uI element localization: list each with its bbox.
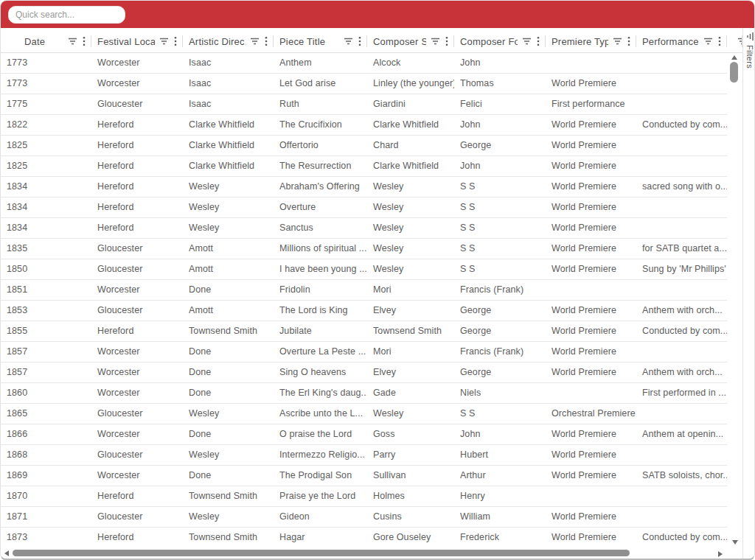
table-row[interactable]: 1860WorcesterDoneThe Erl King's daug...G… [1, 383, 727, 404]
filter-icon[interactable] [613, 37, 622, 46]
table-row[interactable]: 1825HerefordClarke WhitfieldThe Resurrec… [1, 156, 727, 177]
table-row[interactable]: 1835GloucesterAmottMillions of spiritual… [1, 239, 727, 259]
cell-premiere-type[interactable]: World Premiere [546, 507, 636, 527]
cell-date[interactable]: 1869 [1, 466, 91, 486]
table-row[interactable]: 1822HerefordClarke WhitfieldThe Crucifix… [1, 115, 727, 136]
cell-date[interactable]: 1865 [1, 404, 91, 424]
cell-date[interactable]: 1855 [1, 321, 91, 341]
cell-premiere-type[interactable] [546, 486, 636, 506]
cell-performance-notes[interactable] [636, 94, 727, 114]
cell-composer-forename[interactable]: Niels [454, 383, 546, 403]
cell-festival-location[interactable]: Hereford [91, 156, 183, 176]
cell-date[interactable]: 1850 [1, 259, 91, 279]
column-header-premiere-type[interactable]: Premiere Type [546, 30, 636, 52]
table-row[interactable]: 1775GloucesterIsaacRuthGiardiniFeliciFir… [1, 94, 727, 115]
cell-piece-title[interactable]: Anthem [274, 53, 367, 73]
cell-artistic-director[interactable]: Townsend Smith [183, 321, 274, 341]
cell-composer-forename[interactable]: William [454, 507, 546, 527]
cell-composer-surname[interactable]: Wesley [367, 239, 454, 259]
cell-festival-location[interactable]: Gloucester [91, 239, 183, 259]
table-row[interactable]: 1868GloucesterWesleyIntermezzo Religio..… [1, 445, 727, 466]
cell-premiere-type[interactable]: World Premiere [546, 136, 636, 155]
cell-composer-forename[interactable]: S S [454, 239, 546, 259]
cell-performance-notes[interactable]: Anthem at openin... [636, 424, 727, 444]
cell-premiere-type[interactable]: First performance [546, 94, 636, 114]
cell-composer-surname[interactable]: Cusins [367, 507, 454, 527]
cell-performance-notes[interactable] [636, 342, 727, 362]
cell-artistic-director[interactable]: Isaac [183, 74, 274, 94]
cell-performance-notes[interactable] [636, 445, 727, 465]
cell-composer-forename[interactable]: John [454, 53, 546, 73]
cell-festival-location[interactable]: Hereford [91, 177, 183, 197]
column-header-composer-forename[interactable]: Composer Fo... [454, 30, 546, 52]
cell-composer-forename[interactable]: Arthur [454, 466, 546, 486]
cell-composer-forename[interactable]: S S [454, 404, 546, 424]
cell-festival-location[interactable]: Gloucester [91, 301, 183, 321]
cell-performance-notes[interactable]: sacred song with o... [636, 177, 727, 197]
filter-icon[interactable] [431, 37, 440, 46]
cell-composer-surname[interactable]: Parry [367, 445, 454, 465]
cell-date[interactable]: 1773 [1, 53, 91, 73]
cell-composer-surname[interactable]: Elvey [367, 363, 454, 382]
cell-piece-title[interactable]: Sanctus [274, 218, 367, 238]
cell-festival-location[interactable]: Worcester [91, 466, 183, 486]
column-header-performance-notes[interactable]: Performance... [636, 30, 727, 52]
cell-premiere-type[interactable]: World Premiere [546, 115, 636, 135]
cell-composer-forename[interactable]: John [454, 156, 546, 176]
cell-composer-forename[interactable]: S S [454, 177, 546, 197]
cell-date[interactable]: 1773 [1, 74, 91, 94]
cell-premiere-type[interactable]: World Premiere [546, 528, 636, 547]
cell-artistic-director[interactable]: Isaac [183, 94, 274, 114]
column-menu-icon[interactable] [445, 36, 448, 46]
cell-composer-surname[interactable]: Giardini [367, 94, 454, 114]
cell-composer-surname[interactable]: Mori [367, 342, 454, 362]
cell-premiere-type[interactable]: World Premiere [546, 363, 636, 382]
cell-artistic-director[interactable]: Done [183, 280, 274, 300]
cell-artistic-director[interactable]: Wesley [183, 177, 274, 197]
cell-performance-notes[interactable]: Anthem with orch... [636, 363, 727, 382]
cell-festival-location[interactable]: Worcester [91, 342, 183, 362]
cell-artistic-director[interactable]: Townsend Smith [183, 486, 274, 506]
cell-date[interactable]: 1825 [1, 136, 91, 155]
table-row[interactable]: 1869WorcesterDoneThe Prodigal SonSulliva… [1, 466, 727, 486]
cell-composer-surname[interactable]: Elvey [367, 301, 454, 321]
cell-festival-location[interactable]: Hereford [91, 321, 183, 341]
cell-festival-location[interactable]: Hereford [91, 528, 183, 547]
cell-date[interactable]: 1857 [1, 363, 91, 382]
cell-festival-location[interactable]: Worcester [91, 424, 183, 444]
cell-performance-notes[interactable]: First performed in ... [636, 383, 727, 403]
cell-festival-location[interactable]: Worcester [91, 280, 183, 300]
cell-artistic-director[interactable]: Isaac [183, 53, 274, 73]
cell-premiere-type[interactable]: Orchestral Premiere [546, 404, 636, 424]
cell-composer-forename[interactable]: Henry [454, 486, 546, 506]
cell-premiere-type[interactable]: World Premiere [546, 466, 636, 486]
cell-composer-surname[interactable]: Sullivan [367, 466, 454, 486]
cell-composer-forename[interactable]: Frederick [454, 528, 546, 547]
cell-date[interactable]: 1822 [1, 115, 91, 135]
cell-premiere-type[interactable]: World Premiere [546, 197, 636, 217]
cell-piece-title[interactable]: I have been young ... [274, 259, 367, 279]
table-row[interactable]: 1773WorcesterIsaacLet God ariseLinley (t… [1, 74, 727, 94]
cell-piece-title[interactable]: Millions of spiritual ... [274, 239, 367, 259]
column-menu-icon[interactable] [358, 36, 361, 46]
cell-composer-surname[interactable]: Clarke Whitfield [367, 156, 454, 176]
cell-festival-location[interactable]: Worcester [91, 53, 183, 73]
cell-performance-notes[interactable]: SATB soloists, chor... [636, 466, 727, 486]
cell-date[interactable]: 1775 [1, 94, 91, 114]
cell-date[interactable]: 1870 [1, 486, 91, 506]
cell-piece-title[interactable]: Overture La Peste ... [274, 342, 367, 362]
cell-festival-location[interactable]: Gloucester [91, 445, 183, 465]
cell-composer-forename[interactable]: Hubert [454, 445, 546, 465]
cell-date[interactable]: 1873 [1, 528, 91, 547]
cell-performance-notes[interactable] [636, 218, 727, 238]
cell-performance-notes[interactable]: Conducted by com... [636, 321, 727, 341]
cell-composer-forename[interactable]: S S [454, 197, 546, 217]
scroll-up-icon[interactable] [731, 55, 737, 60]
filter-icon[interactable] [737, 37, 742, 46]
cell-composer-surname[interactable]: Clarke Whitfield [367, 115, 454, 135]
cell-artistic-director[interactable]: Wesley [183, 218, 274, 238]
cell-premiere-type[interactable]: World Premiere [546, 321, 636, 341]
cell-composer-forename[interactable]: George [454, 321, 546, 341]
horizontal-scrollbar[interactable] [1, 547, 727, 559]
cell-artistic-director[interactable]: Clarke Whitfield [183, 136, 274, 155]
